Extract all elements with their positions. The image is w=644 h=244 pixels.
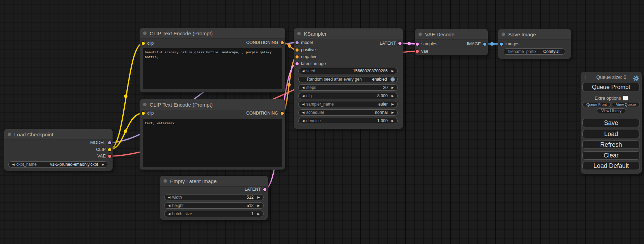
clip-input-dot[interactable] [142, 42, 145, 45]
decrement-arrow-icon[interactable]: ◀ [301, 94, 306, 98]
collapse-dot-icon[interactable] [297, 32, 301, 35]
batch-size-widget[interactable]: ◀ batch_size 1 ▶ [164, 211, 264, 217]
refresh-button[interactable]: Refresh [582, 141, 640, 149]
model-input-dot[interactable] [295, 41, 299, 44]
positive-prompt-textarea[interactable]: beautiful scenery nature glass bottle la… [143, 48, 282, 89]
random-seed-widget[interactable]: Random seed after every gen enabled [298, 76, 398, 82]
ckpt-name-widget[interactable]: ◀ ckpt_name v1-5-pruned-emaonly.ckpt ▶ [8, 161, 108, 168]
collapse-dot-icon[interactable] [143, 31, 147, 35]
node-title-bar[interactable]: Empty Latent Image [160, 176, 268, 187]
next-arrow-icon[interactable]: ▶ [390, 102, 395, 106]
input-slot-positive[interactable]: positive [295, 47, 316, 53]
input-slot-samples[interactable]: samples [416, 41, 438, 47]
collapse-dot-icon[interactable] [8, 133, 11, 136]
height-widget[interactable]: ◀ height 512 ▶ [164, 202, 264, 209]
ksampler-node[interactable]: KSampler model positive negative latent_… [294, 28, 403, 129]
output-slot-image[interactable]: IMAGE [467, 41, 486, 47]
node-title-bar[interactable]: VAE Decode [415, 29, 488, 40]
conditioning-output-dot[interactable] [281, 112, 284, 115]
increment-arrow-icon[interactable]: ▶ [256, 212, 261, 216]
input-slot-clip[interactable]: clip [142, 40, 154, 46]
sampler-name-widget[interactable]: ◀ sampler_name euler ▶ [298, 101, 398, 107]
prev-arrow-icon[interactable]: ◀ [301, 111, 306, 114]
node-title-bar[interactable]: Save Image [498, 29, 571, 40]
decrement-arrow-icon[interactable]: ◀ [301, 86, 306, 89]
node-title-bar[interactable]: KSampler [294, 28, 403, 39]
load-default-button[interactable]: Load Default [582, 162, 640, 170]
extra-options-checkbox[interactable] [623, 96, 628, 100]
scheduler-widget[interactable]: ◀ scheduler normal ▶ [298, 109, 398, 116]
node-title-bar[interactable]: CLIP Text Encode (Prompt) [140, 99, 285, 110]
conditioning-output-dot[interactable] [281, 41, 284, 44]
input-slot-images[interactable]: images [500, 41, 519, 47]
image-output-dot[interactable] [483, 43, 486, 46]
output-slot-clip[interactable]: CLIP [96, 146, 111, 153]
clip-output-dot[interactable] [108, 148, 111, 151]
samples-input-dot[interactable] [416, 43, 419, 46]
collapse-dot-icon[interactable] [418, 33, 422, 36]
increment-arrow-icon[interactable]: ▶ [390, 86, 395, 89]
prev-arrow-icon[interactable]: ◀ [301, 102, 306, 106]
view-history-button[interactable]: View History [597, 108, 626, 113]
next-arrow-icon[interactable]: ▶ [101, 163, 105, 166]
latent-input-dot[interactable] [295, 62, 299, 65]
output-slot-vae[interactable]: VAE [97, 153, 111, 159]
load-button[interactable]: Load [582, 130, 640, 138]
increment-arrow-icon[interactable]: ▶ [390, 69, 395, 73]
negative-input-dot[interactable] [295, 55, 299, 58]
collapse-dot-icon[interactable] [164, 179, 167, 183]
decrement-arrow-icon[interactable]: ◀ [167, 204, 171, 207]
decrement-arrow-icon[interactable]: ◀ [167, 212, 171, 216]
input-slot-clip[interactable]: clip [142, 110, 154, 116]
node-title-bar[interactable]: CLIP Text Encode (Prompt) [140, 28, 285, 39]
vae-decode-node[interactable]: VAE Decode samples vae IMAGE [415, 29, 488, 55]
decrement-arrow-icon[interactable]: ◀ [167, 196, 171, 199]
save-button[interactable]: Save [582, 119, 640, 127]
output-slot-model[interactable]: MODEL [90, 139, 111, 146]
denoise-widget[interactable]: ◀ denoise 1.000 ▶ [298, 118, 398, 124]
view-queue-button[interactable]: View Queue [612, 102, 640, 107]
collapse-dot-icon[interactable] [143, 103, 147, 106]
cfg-widget[interactable]: ◀ cfg 8.000 ▶ [298, 93, 398, 99]
increment-arrow-icon[interactable]: ▶ [390, 94, 395, 98]
empty-latent-image-node[interactable]: Empty Latent Image LATENT ◀ width 512 ▶ … [160, 176, 268, 220]
increment-arrow-icon[interactable]: ▶ [390, 119, 395, 123]
clip-text-encode-negative-node[interactable]: CLIP Text Encode (Prompt) clip CONDITION… [140, 99, 285, 170]
collapse-dot-icon[interactable] [502, 33, 505, 36]
prev-arrow-icon[interactable]: ◀ [11, 163, 16, 166]
input-slot-latent-image[interactable]: latent_image [295, 61, 326, 67]
decrement-arrow-icon[interactable]: ◀ [301, 69, 306, 73]
decrement-arrow-icon[interactable]: ◀ [301, 119, 306, 123]
queue-front-button[interactable]: Queue Front [582, 102, 611, 107]
latent-output-dot[interactable] [263, 188, 266, 191]
graph-canvas[interactable]: Load Checkpoint MODEL CLIP VAE ◀ ckpt_na… [0, 0, 644, 244]
width-widget[interactable]: ◀ width 512 ▶ [164, 194, 264, 200]
queue-prompt-button[interactable]: Queue Prompt [582, 83, 640, 91]
output-slot-latent[interactable]: LATENT [245, 186, 266, 192]
vae-output-dot[interactable] [108, 155, 111, 158]
seed-widget[interactable]: ◀ seed 156680208700286 ▶ [298, 68, 398, 74]
increment-arrow-icon[interactable]: ▶ [256, 196, 261, 199]
latent-output-dot[interactable] [398, 42, 402, 45]
node-title-bar[interactable]: Load Checkpoint [4, 129, 113, 140]
clip-input-dot[interactable] [142, 112, 145, 115]
negative-prompt-textarea[interactable]: text, watermark [143, 119, 282, 167]
next-arrow-icon[interactable]: ▶ [390, 111, 395, 114]
increment-arrow-icon[interactable]: ▶ [256, 204, 261, 207]
toggle-icon[interactable] [390, 77, 395, 82]
settings-gear-icon[interactable] [633, 75, 639, 83]
filename-prefix-widget[interactable]: filename_prefix ComfyUI [503, 48, 565, 55]
clear-button[interactable]: Clear [582, 151, 640, 160]
model-output-dot[interactable] [108, 141, 111, 144]
output-slot-conditioning[interactable]: CONDITIONING [246, 110, 284, 116]
images-input-dot[interactable] [500, 43, 503, 46]
save-image-node[interactable]: Save Image images filename_prefix ComfyU… [498, 29, 571, 59]
positive-input-dot[interactable] [295, 48, 299, 52]
input-slot-model[interactable]: model [295, 39, 313, 46]
vae-input-dot[interactable] [416, 50, 419, 53]
input-slot-negative[interactable]: negative [295, 54, 317, 60]
output-slot-latent[interactable]: LATENT [380, 40, 402, 46]
clip-text-encode-positive-node[interactable]: CLIP Text Encode (Prompt) clip CONDITION… [140, 28, 285, 92]
steps-widget[interactable]: ◀ steps 20 ▶ [298, 84, 398, 91]
load-checkpoint-node[interactable]: Load Checkpoint MODEL CLIP VAE ◀ ckpt_na… [4, 129, 113, 171]
